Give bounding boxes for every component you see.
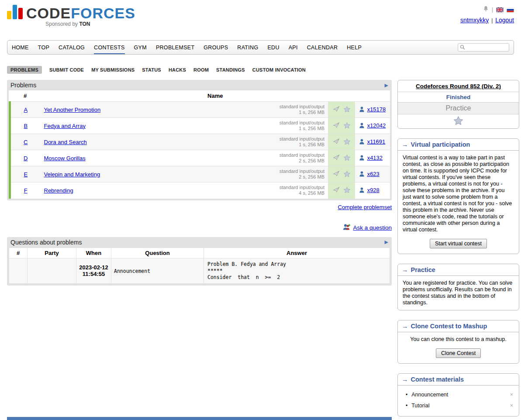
nav-api[interactable]: API: [289, 41, 298, 54]
subnav-my-submissions[interactable]: MY SUBMISSIONS: [91, 67, 135, 72]
caption-arrow-icon: →: [402, 141, 408, 148]
nav-catalog[interactable]: CATALOG: [59, 41, 85, 54]
nav-edu[interactable]: EDU: [267, 41, 279, 54]
clone-contest-button[interactable]: Clone Contest: [436, 348, 481, 358]
problem-index-link[interactable]: A: [24, 107, 28, 113]
solved-count-link[interactable]: x15178: [367, 106, 386, 113]
problem-name-link[interactable]: Rebrending: [44, 187, 73, 194]
table-row: D Moscow Gorillas standard input/output2…: [10, 150, 390, 166]
problem-index-link[interactable]: C: [24, 139, 28, 145]
favorite-star-icon[interactable]: [344, 171, 350, 178]
problem-index-link[interactable]: B: [24, 123, 28, 129]
username-link[interactable]: sntmxykky: [460, 17, 489, 24]
contest-subnav: PROBLEMS SUBMIT CODE MY SUBMISSIONS STAT…: [7, 66, 514, 74]
nav-groups[interactable]: GROUPS: [204, 41, 228, 54]
favorite-star-icon[interactable]: [344, 187, 350, 194]
subnav-standings[interactable]: STANDINGS: [216, 67, 245, 72]
subnav-problems[interactable]: PROBLEMS: [7, 66, 42, 74]
problem-name-link[interactable]: Fedya and Array: [44, 123, 86, 129]
subnav-hacks[interactable]: HACKS: [169, 67, 186, 72]
close-icon[interactable]: ×: [508, 391, 514, 398]
question-party-cell: [28, 258, 76, 283]
problem-constraints: standard input/output1 s, 256 MB: [279, 104, 324, 115]
table-row: E Velepin and Marketing standard input/o…: [10, 166, 390, 182]
list-item: •Announcement ×: [406, 389, 514, 400]
nav-help[interactable]: HELP: [347, 41, 362, 54]
logo-forces: FORCES: [71, 5, 135, 21]
nav-top[interactable]: TOP: [38, 41, 49, 54]
subnav-status[interactable]: STATUS: [142, 67, 161, 72]
favorite-star-icon[interactable]: [344, 138, 350, 146]
bell-icon[interactable]: [483, 6, 489, 14]
problems-caption: Problems: [10, 82, 36, 89]
table-row: B Fedya and Array standard input/output1…: [10, 118, 390, 134]
solvers-person-icon: [359, 139, 364, 146]
logout-link[interactable]: Logout: [495, 17, 514, 24]
favorite-star-icon[interactable]: [344, 155, 350, 162]
problem-index-link[interactable]: F: [24, 187, 28, 194]
solvers-person-icon: [359, 107, 364, 114]
submit-plane-icon[interactable]: [333, 187, 340, 194]
search-input[interactable]: [466, 45, 506, 51]
submit-plane-icon[interactable]: [333, 171, 340, 178]
solved-count-link[interactable]: x12042: [367, 122, 386, 129]
page: CODEFORCES Sponsored by TON |: [0, 0, 521, 420]
solvers-person-icon: [359, 123, 364, 130]
ask-question-link[interactable]: Ask a question: [353, 224, 392, 231]
favorite-contest-star-icon[interactable]: [454, 119, 463, 126]
close-icon[interactable]: ×: [508, 402, 514, 409]
solved-count-link[interactable]: x4132: [367, 155, 383, 161]
nav-gym[interactable]: GYM: [134, 41, 147, 54]
problem-name-link[interactable]: Moscow Gorillas: [44, 155, 86, 162]
questions-header-row: # Party When Question Answer: [9, 248, 390, 258]
problem-name-link[interactable]: Velepin and Marketing: [44, 171, 100, 178]
problem-name-link[interactable]: Yet Another Promotion: [44, 107, 101, 113]
solved-count-link[interactable]: x11691: [367, 138, 386, 145]
header: CODEFORCES Sponsored by TON |: [7, 4, 514, 37]
complete-problemset-link[interactable]: Complete problemset: [338, 204, 392, 210]
start-virtual-contest-button[interactable]: Start virtual contest: [430, 239, 487, 248]
subnav-submit-code[interactable]: SUBMIT CODE: [49, 67, 84, 72]
submit-plane-icon[interactable]: [333, 122, 340, 129]
practice-box: → Practice You are registered for practi…: [397, 264, 519, 310]
submit-plane-icon[interactable]: [333, 106, 340, 113]
contest-title-link[interactable]: Codeforces Round 852 (Div. 2): [416, 83, 501, 90]
nav-home[interactable]: HOME: [12, 41, 29, 54]
nav-problemset[interactable]: PROBLEMSET: [156, 41, 194, 54]
logo[interactable]: CODEFORCES Sponsored by TON: [7, 4, 135, 27]
favorite-star-icon[interactable]: [344, 106, 350, 114]
problem-name-link[interactable]: Dora and Search: [44, 139, 87, 145]
solved-count-link[interactable]: x928: [367, 187, 380, 193]
main-nav: HOME TOP CATALOG CONTESTS GYM PROBLEMSET…: [7, 40, 514, 55]
contest-status: Finished: [398, 92, 519, 103]
tutorial-link[interactable]: Tutorial: [411, 403, 429, 409]
russian-flag-icon[interactable]: [507, 7, 514, 12]
problem-index-link[interactable]: E: [24, 171, 28, 178]
expand-arrow-icon[interactable]: ▶: [385, 83, 388, 88]
problems-header-row: # Name: [10, 90, 390, 102]
solved-count-link[interactable]: x623: [367, 171, 380, 177]
problems-table: Problems ▶ # Name A Yet Another Promotio…: [7, 80, 392, 200]
english-flag-icon[interactable]: [496, 7, 504, 12]
clone-body-text: You can clone this contest to a mashup.: [398, 332, 519, 347]
submit-plane-icon[interactable]: [333, 155, 340, 162]
submit-plane-icon[interactable]: [333, 138, 340, 145]
virtual-participation-box: → Virtual participation Virtual contest …: [397, 138, 519, 254]
nav-rating[interactable]: RATING: [237, 41, 258, 54]
caption-arrow-icon: →: [402, 266, 408, 273]
problem-index-link[interactable]: D: [24, 155, 28, 162]
nav-contests[interactable]: CONTESTS: [94, 41, 124, 54]
solvers-person-icon: [359, 172, 364, 178]
question-row: 2023-02-12 11:54:55 Announcement Problem…: [9, 258, 390, 283]
problem-constraints: standard input/output1 s, 256 MB: [279, 120, 324, 131]
announcement-link[interactable]: Announcement: [411, 392, 448, 398]
nav-calendar[interactable]: CALENDAR: [307, 41, 338, 54]
subnav-room[interactable]: ROOM: [193, 67, 209, 72]
ask-question-icon: [343, 224, 351, 232]
materials-title: Contest materials: [411, 376, 464, 383]
expand-arrow-icon[interactable]: ▶: [385, 239, 388, 245]
favorite-star-icon[interactable]: [344, 122, 350, 130]
subnav-custom-invocation[interactable]: CUSTOM INVOCATION: [252, 67, 306, 72]
practice-title: Practice: [411, 266, 435, 273]
search-box: [458, 43, 509, 52]
